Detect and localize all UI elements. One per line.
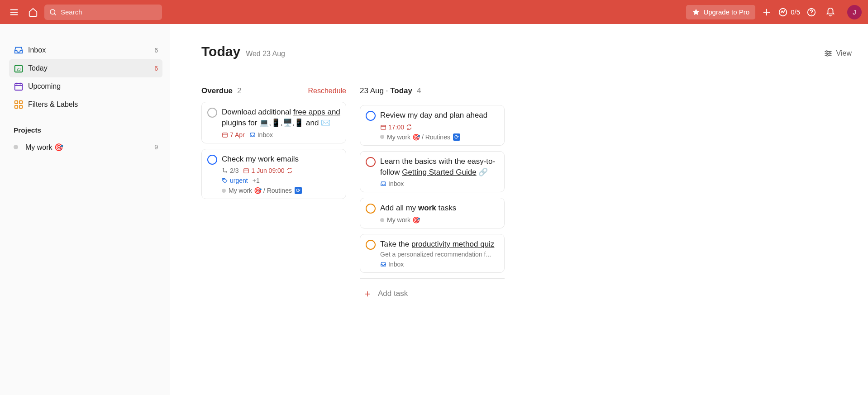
task-time: 17:00 (380, 124, 412, 131)
column-separator (360, 102, 505, 102)
svg-point-11 (826, 51, 827, 52)
task-card[interactable]: Add all my work tasks My work 🎯 (360, 198, 505, 228)
task-tag-extra: +1 (253, 177, 260, 184)
inbox-icon (14, 45, 24, 55)
task-project-path[interactable]: My work 🎯 / Routines (222, 187, 302, 194)
task-project-path[interactable]: My work 🎯 / Routines (380, 133, 460, 141)
svg-rect-17 (244, 169, 249, 173)
sidebar-item-upcoming[interactable]: Upcoming (9, 77, 162, 95)
task-project-inbox: Inbox (380, 180, 404, 187)
task-title: Check my work emails (222, 154, 340, 165)
task-project-inbox: Inbox (380, 261, 404, 268)
page-date: Wed 23 Aug (246, 50, 285, 59)
subtask-icon (222, 167, 228, 174)
task-title-link[interactable]: productivity method quiz (411, 240, 494, 248)
svg-point-16 (226, 171, 227, 172)
svg-rect-9 (15, 105, 18, 108)
search-input[interactable] (61, 8, 157, 16)
notifications-button[interactable] (823, 5, 838, 20)
avatar[interactable]: J (847, 5, 862, 19)
calendar-icon (222, 132, 228, 138)
column-separator (360, 278, 505, 279)
task-checkbox[interactable] (366, 204, 376, 214)
link-icon: 🔗 (478, 168, 488, 176)
sidebar-item-today[interactable]: 23 Today 6 (9, 59, 162, 77)
sidebar-item-label: Upcoming (28, 82, 61, 90)
home-button[interactable] (25, 5, 41, 20)
add-task-button[interactable]: ＋ Add task (360, 284, 505, 303)
menu-toggle-button[interactable] (6, 5, 22, 20)
task-description: Get a personalized recommendation f... (380, 251, 499, 258)
help-button[interactable] (804, 5, 819, 20)
column-today: 23 Aug · Today 4 Review my day and plan … (360, 86, 505, 303)
project-name: My work 🎯 (25, 143, 63, 152)
search-field[interactable] (44, 5, 162, 20)
svg-rect-8 (19, 101, 22, 104)
column-header-overdue: Overdue 2 Reschedule (201, 86, 346, 95)
task-project-path[interactable]: My work 🎯 (380, 216, 420, 224)
sidebar-item-inbox[interactable]: Inbox 6 (9, 41, 162, 59)
bell-icon (825, 7, 835, 17)
task-checkbox[interactable] (366, 111, 376, 121)
karma-icon (778, 7, 788, 17)
task-tag[interactable]: urgent (222, 177, 248, 184)
svg-rect-19 (381, 125, 386, 129)
today-icon: 23 (14, 63, 24, 73)
quick-add-button[interactable] (759, 5, 774, 20)
sidebar: Inbox 6 23 Today 6 Upcoming Filters & La… (0, 24, 170, 395)
projects-section-title[interactable]: Projects (14, 126, 162, 134)
upgrade-button[interactable]: Upgrade to Pro (686, 5, 755, 19)
task-card[interactable]: Download additional free apps and plugin… (201, 102, 346, 143)
project-dot (380, 218, 384, 222)
task-checkbox[interactable] (207, 155, 217, 165)
view-button[interactable]: View (824, 49, 852, 59)
svg-text:23: 23 (16, 67, 21, 71)
productivity-counter[interactable]: 0/5 (778, 7, 800, 17)
calendar-icon (243, 167, 249, 174)
sidebar-item-count: 6 (154, 65, 158, 72)
column-header-today: 23 Aug · Today 4 (360, 86, 505, 95)
sidebar-item-count: 6 (154, 47, 158, 54)
svg-rect-10 (19, 105, 22, 108)
task-card[interactable]: Review my day and plan ahead 17:00 (360, 105, 505, 146)
task-card[interactable]: Check my work emails 2/3 1 Jun 09:00 (201, 149, 346, 200)
board: Overdue 2 Reschedule Download additional… (186, 86, 852, 303)
column-overdue: Overdue 2 Reschedule Download additional… (201, 86, 346, 205)
tag-icon (222, 177, 228, 184)
inbox-icon (380, 181, 386, 187)
task-card[interactable]: Learn the basics with the easy-to-follow… (360, 151, 505, 193)
sliders-icon (824, 49, 833, 58)
project-dot (380, 135, 384, 139)
inbox-icon (380, 261, 386, 267)
help-icon (806, 7, 816, 17)
task-card[interactable]: Take the productivity method quiz Get a … (360, 234, 505, 273)
sidebar-item-filters[interactable]: Filters & Labels (9, 95, 162, 114)
svg-rect-6 (15, 84, 23, 90)
task-checkbox[interactable] (207, 108, 217, 118)
hamburger-icon (9, 7, 19, 17)
recur-icon (286, 167, 293, 174)
task-checkbox[interactable] (366, 240, 376, 250)
task-project-inbox: Inbox (249, 131, 273, 138)
reschedule-button[interactable]: Reschedule (308, 87, 347, 95)
svg-rect-14 (223, 133, 228, 137)
task-title: Download additional free apps and plugin… (222, 107, 340, 128)
routine-badge-icon (453, 133, 460, 141)
column-count: 4 (417, 86, 421, 95)
task-checkbox[interactable] (366, 157, 376, 167)
task-title: Take the productivity method quiz (380, 239, 499, 250)
svg-point-18 (224, 179, 224, 180)
filters-icon (14, 100, 24, 109)
star-icon (692, 8, 700, 16)
plus-icon: ＋ (362, 289, 372, 299)
task-date: 7 Apr (222, 131, 245, 138)
search-icon (49, 8, 57, 16)
sidebar-project-my-work[interactable]: My work 🎯 9 (9, 138, 162, 156)
task-title-link[interactable]: Getting Started Guide (402, 168, 476, 176)
svg-point-3 (811, 14, 811, 14)
svg-point-0 (50, 10, 55, 14)
svg-rect-7 (15, 101, 18, 104)
project-dot (222, 189, 226, 193)
project-count: 9 (154, 143, 158, 151)
plus-icon (762, 7, 772, 17)
